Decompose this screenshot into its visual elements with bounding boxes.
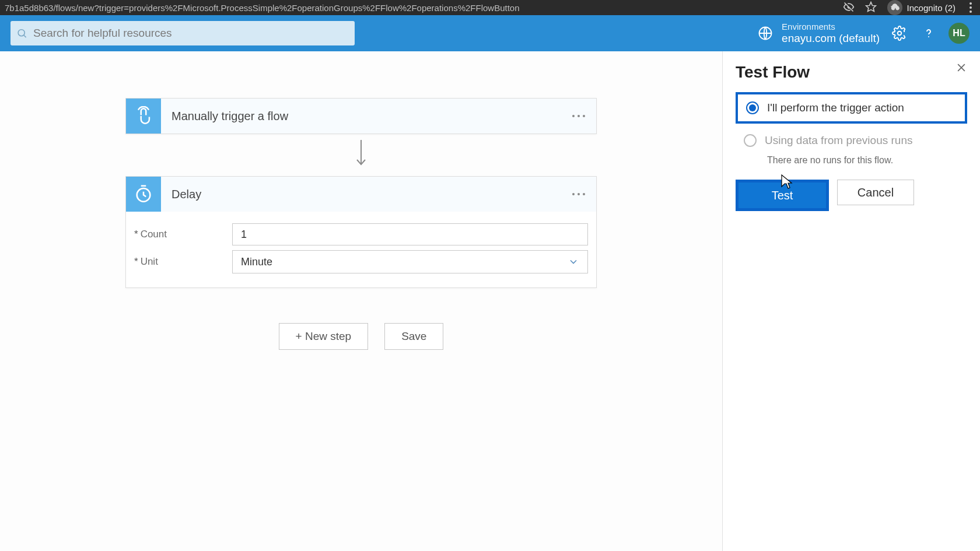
svg-marker-0 <box>866 2 876 11</box>
trigger-title: Manually trigger a flow <box>161 110 561 123</box>
gear-icon <box>892 26 907 41</box>
unit-label: *Unit <box>134 256 232 268</box>
cancel-button[interactable]: Cancel <box>837 180 914 205</box>
clock-icon <box>126 177 161 212</box>
radio-previous-runs: Using data from previous runs <box>736 127 967 154</box>
question-icon <box>922 26 936 40</box>
trigger-card[interactable]: Manually trigger a flow <box>125 98 597 134</box>
close-icon <box>956 62 967 73</box>
test-button[interactable]: Test <box>738 183 826 208</box>
env-label: Environments <box>782 22 880 32</box>
radio-icon <box>746 101 759 114</box>
test-flow-panel: Test Flow I'll perform the trigger actio… <box>722 51 980 551</box>
search-icon <box>16 27 27 39</box>
unit-value: Minute <box>241 256 272 268</box>
eye-off-icon[interactable] <box>843 1 855 15</box>
incognito-indicator[interactable]: Incognito (2) <box>887 0 956 15</box>
connector-arrow <box>352 140 370 168</box>
search-box[interactable] <box>10 21 355 45</box>
star-icon[interactable] <box>865 1 877 15</box>
app-header: Environments enayu.com (default) HL <box>0 15 980 51</box>
close-panel-button[interactable] <box>956 62 967 76</box>
globe-icon <box>757 25 774 41</box>
new-step-button[interactable]: + New step <box>279 323 369 350</box>
no-runs-note: There are no runs for this flow. <box>767 155 967 166</box>
radio-icon <box>744 134 757 147</box>
environment-picker[interactable]: Environments enayu.com (default) <box>757 22 880 45</box>
chevron-down-icon <box>568 256 579 268</box>
svg-point-1 <box>18 30 24 36</box>
panel-title: Test Flow <box>736 63 967 82</box>
delay-title: Delay <box>161 188 561 201</box>
radio-previous-runs-label: Using data from previous runs <box>765 134 912 147</box>
delay-more-button[interactable] <box>561 193 596 195</box>
radio-perform-trigger[interactable]: I'll perform the trigger action <box>736 92 967 124</box>
count-label: *Count <box>134 229 232 240</box>
touch-icon <box>126 99 161 134</box>
save-button[interactable]: Save <box>384 323 443 350</box>
radio-perform-trigger-label: I'll perform the trigger action <box>767 101 904 114</box>
unit-select[interactable]: Minute <box>232 250 588 273</box>
avatar[interactable]: HL <box>949 23 970 44</box>
trigger-more-button[interactable] <box>561 115 596 117</box>
svg-point-4 <box>898 31 902 36</box>
help-button[interactable] <box>919 24 938 43</box>
url-text: 7b1a5d8b63/flows/new?trigger=providers%2… <box>5 3 520 13</box>
svg-line-2 <box>24 36 26 38</box>
env-value: enayu.com (default) <box>782 32 880 45</box>
delay-card[interactable]: Delay *Count *Unit Minute <box>125 176 597 288</box>
flow-canvas: Manually trigger a flow Delay *Count <box>0 51 722 551</box>
incognito-label: Incognito (2) <box>907 3 956 13</box>
count-input[interactable] <box>232 223 588 245</box>
search-input[interactable] <box>33 27 349 40</box>
svg-point-5 <box>928 36 929 37</box>
settings-button[interactable] <box>890 24 909 43</box>
browser-address-bar: 7b1a5d8b63/flows/new?trigger=providers%2… <box>0 0 980 15</box>
browser-menu-icon[interactable] <box>966 2 975 13</box>
